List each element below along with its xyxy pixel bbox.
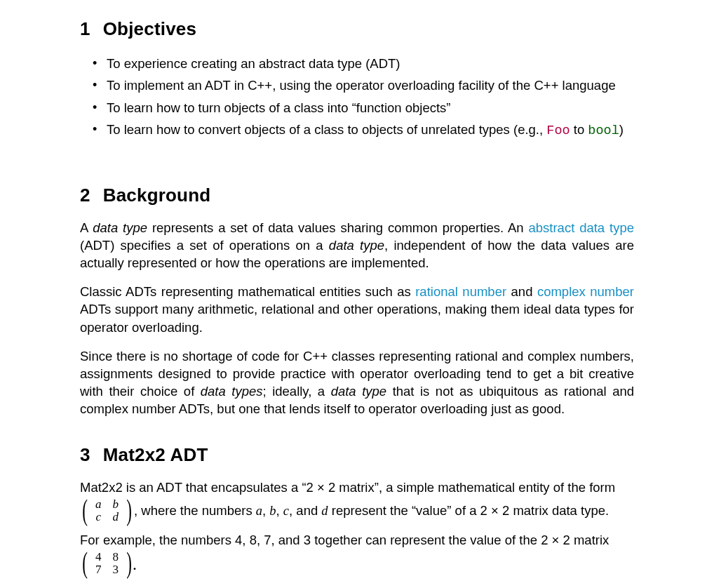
text: represents a set of data values sharing … <box>147 220 528 235</box>
matrix-body: 4 8 7 3 <box>90 551 124 577</box>
var-d: d <box>321 504 328 518</box>
mat-para-2: For example, the numbers 4, 8, 7, and 3 … <box>80 531 634 549</box>
list-item: To implement an ADT in C++, using the op… <box>107 74 634 96</box>
text: Mat2x2 is an ADT that encapsulates a “2 … <box>80 480 615 495</box>
text: represent the “value” of a 2 × 2 matrix … <box>328 503 609 518</box>
text: , and <box>289 503 321 518</box>
background-para-1: A data type represents a set of data val… <box>80 219 634 272</box>
objective-4-a: To learn how to convert objects of a cla… <box>107 122 546 137</box>
section-1-number: 1 <box>80 18 90 40</box>
left-paren-icon: ( <box>82 497 88 524</box>
left-paren-icon: ( <box>82 550 88 577</box>
matrix-symbolic-line: ( a b c d ) , where the numbers a, b, c,… <box>80 497 634 524</box>
text: Classic ADTs representing mathematical e… <box>80 284 415 299</box>
var-c: c <box>283 504 289 518</box>
section-2-number: 2 <box>80 185 90 206</box>
objective-2: To implement an ADT in C++, using the op… <box>107 78 616 93</box>
term-data-types: data types <box>201 384 263 399</box>
right-paren-icon: ) <box>126 497 132 524</box>
code-bool: bool <box>588 123 619 138</box>
term-data-type: data type <box>331 384 386 399</box>
matrix-ex-d: 3 <box>107 563 125 577</box>
objective-4-to: to <box>570 122 588 137</box>
matrix-b: b <box>107 498 125 512</box>
text: For example, the numbers 4, 8, 7, and 3 … <box>80 533 609 547</box>
text: , where the numbers <box>134 503 256 518</box>
text: , <box>276 503 283 518</box>
code-foo: Foo <box>546 123 570 138</box>
matrix-example-line: ( 4 8 7 3 ) . <box>80 550 634 577</box>
text: ADTs support many arithmetic, relational… <box>80 302 634 334</box>
section-3-title: Mat2x2 ADT <box>103 444 208 465</box>
text: , where the numbers a, b, c, and d repre… <box>134 503 609 518</box>
text: , <box>262 503 269 518</box>
list-item: To experience creating an abstract data … <box>107 53 634 74</box>
var-a: a <box>256 504 262 518</box>
section-3-number: 3 <box>80 444 90 466</box>
document-page: 1Objectives To experience creating an ab… <box>0 0 714 577</box>
link-abstract-data-type[interactable]: abstract data type <box>528 220 634 235</box>
objective-3: To learn how to turn objects of a class … <box>107 100 451 115</box>
section-2-heading: 2Background <box>80 185 634 206</box>
matrix-symbolic: ( a b c d ) <box>80 497 134 524</box>
list-item: To learn how to turn objects of a class … <box>107 97 634 119</box>
matrix-c: c <box>90 511 107 524</box>
text: and <box>506 284 537 299</box>
matrix-ex-b: 8 <box>107 551 125 564</box>
right-paren-icon: ) <box>126 550 132 577</box>
background-para-3: Since there is no shortage of code for C… <box>80 347 634 418</box>
term-data-type: data type <box>329 238 384 253</box>
objectives-list: To experience creating an abstract data … <box>80 53 634 142</box>
section-2-title: Background <box>103 185 211 206</box>
text: (ADT) specifies a set of operations on a <box>80 238 329 253</box>
period: . <box>133 555 137 573</box>
section-1-heading: 1Objectives <box>80 18 634 40</box>
objective-1: To experience creating an abstract data … <box>107 56 400 71</box>
matrix-ex-c: 7 <box>90 563 107 577</box>
section-1-title: Objectives <box>103 18 197 39</box>
term-data-type: data type <box>93 220 147 235</box>
section-3-heading: 3Mat2x2 ADT <box>80 444 634 466</box>
matrix-ex-a: 4 <box>90 551 107 564</box>
matrix-d: d <box>107 511 125 524</box>
matrix-body: a b c d <box>90 498 124 524</box>
var-b: b <box>269 504 276 518</box>
link-complex-number[interactable]: complex number <box>537 284 634 299</box>
link-rational-number[interactable]: rational number <box>415 284 506 299</box>
matrix-a: a <box>90 498 107 512</box>
objective-4-z: ) <box>619 122 624 137</box>
background-para-2: Classic ADTs representing mathematical e… <box>80 283 634 335</box>
text: A <box>80 220 93 235</box>
list-item: To learn how to convert objects of a cla… <box>107 119 634 142</box>
matrix-example: ( 4 8 7 3 ) <box>80 550 134 577</box>
mat-para-1: Mat2x2 is an ADT that encapsulates a “2 … <box>80 479 634 496</box>
text: ; ideally, a <box>263 384 331 399</box>
